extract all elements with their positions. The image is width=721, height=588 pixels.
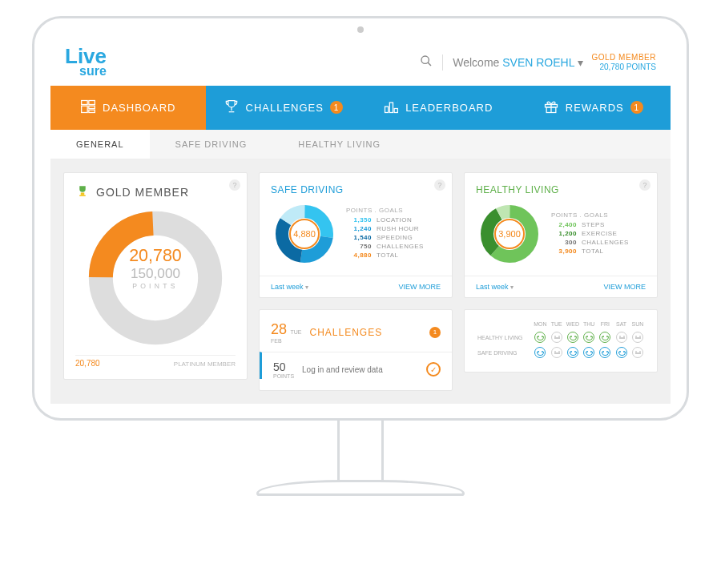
safe-driving-title: SAFE DRIVING [271,184,441,195]
svg-rect-15 [81,192,85,195]
mood-header-row: MONTUEWEDTHUFRISATSUN [476,321,646,330]
face-icon [583,347,594,358]
healthy-living-total: 3,900 [476,200,543,268]
chevron-down-icon[interactable]: ▾ [578,56,583,69]
challenges-badge: 1 [330,101,343,114]
search-icon[interactable] [420,54,433,70]
nav-dashboard[interactable]: DASHBOARD [50,86,206,130]
monitor-stand-neck [337,418,384,482]
challenge-date: 28 TUE FEB [271,321,301,344]
face-icon [534,332,546,343]
trophy-icon [224,99,240,117]
face-icon [632,332,643,343]
svg-rect-10 [389,103,393,113]
face-icon [616,347,627,358]
trophy-mini-icon [75,184,90,201]
challenges-count-badge: 1 [429,327,441,338]
primary-nav: DASHBOARD CHALLENGES 1 LEADERBOARD REWAR… [50,86,671,130]
member-card: ? GOLD MEMBER 20,780 [63,172,248,380]
svg-point-0 [421,56,429,63]
nav-challenges[interactable]: CHALLENGES 1 [206,86,361,130]
svg-rect-16 [79,195,86,196]
challenge-desc: Log in and review data [302,365,418,374]
svg-rect-3 [89,100,95,104]
healthy-viewmore[interactable]: VIEW MORE [603,283,646,291]
svg-line-1 [428,62,431,66]
brand-logo[interactable]: Live sure [65,47,107,78]
challenges-title: CHALLENGES [309,327,421,338]
face-icon [551,347,562,358]
dashboard-icon [80,99,96,117]
face-icon [632,347,643,358]
camera-dot [357,26,364,33]
monitor-frame: Live sure Welcome SVEN ROEHL▾ GOLD MEMBE… [32,16,689,421]
member-progress-donut: 20,780 150,000 POINTS [83,206,228,350]
safe-driving-donut: 4,880 [271,200,338,268]
challenge-points: 50 [273,360,294,373]
face-icon [583,332,594,343]
challenges-card: 28 TUE FEB CHALLENGES 1 50 POINTS Log i [259,309,453,391]
gift-icon [543,99,559,117]
member-status: GOLD MEMBER 20,780 POINTS [591,53,656,72]
leaderboard-icon [383,99,399,117]
monitor-stand-base [256,480,465,496]
face-icon [551,332,562,343]
tab-general[interactable]: GENERAL [50,130,150,159]
svg-rect-4 [82,106,88,112]
face-icon [567,332,578,343]
help-icon[interactable]: ? [434,179,445,191]
rewards-badge: 1 [630,101,643,114]
nav-rewards[interactable]: REWARDS 1 [516,86,671,130]
safe-driving-viewmore[interactable]: VIEW MORE [398,283,441,291]
app-screen: Live sure Welcome SVEN ROEHL▾ GOLD MEMBE… [50,39,671,404]
healthy-living-title: HEALTHY LIVING [476,184,646,195]
healthy-period[interactable]: Last week [476,283,514,291]
user-name[interactable]: SVEN ROEHL [502,56,574,69]
member-next-tier: PLATINUM MEMBER [174,360,236,368]
tab-healthy-living[interactable]: HEALTHY LIVING [272,130,406,159]
challenge-item[interactable]: 50 POINTS Log in and review data ✓ [260,352,452,379]
face-icon [599,347,610,358]
face-icon [599,332,610,343]
tier-label: GOLD MEMBER [591,53,656,62]
svg-rect-11 [394,108,397,112]
member-title-text: GOLD MEMBER [96,186,189,199]
svg-rect-9 [385,107,389,113]
safe-driving-period[interactable]: Last week [271,283,308,291]
face-icon [534,347,546,358]
member-points-label: POINTS [104,281,207,288]
healthy-living-donut: 3,900 [476,200,543,268]
member-target: 150,000 [104,264,207,281]
check-icon[interactable]: ✓ [426,362,441,377]
brand-line2: sure [79,66,107,77]
healthy-living-legend: POINTS . GOALS 2,400STEPS 1,200EXERCISE … [551,211,629,256]
mood-grid-card: MONTUEWEDTHUFRISATSUN HEALTHY LIVING [464,309,658,373]
sub-nav: GENERAL SAFE DRIVING HEALTHY LIVING [50,130,671,159]
help-icon[interactable]: ? [229,179,240,191]
face-icon [616,332,627,343]
svg-rect-6 [89,110,95,112]
app-header: Live sure Welcome SVEN ROEHL▾ GOLD MEMBE… [50,39,671,86]
tab-safe-driving[interactable]: SAFE DRIVING [150,130,273,159]
member-current: 20,780 [75,359,100,368]
face-icon [567,347,578,358]
mood-row-healthy: HEALTHY LIVING [476,330,646,345]
svg-rect-2 [82,100,88,104]
healthy-living-card: ? HEALTHY LIVING [464,172,658,298]
dashboard-content: ? GOLD MEMBER 20,780 [50,159,671,404]
mood-row-safe: SAFE DRIVING [476,345,646,360]
safe-driving-card: ? SAFE DRIVING [259,172,453,298]
help-icon[interactable]: ? [639,179,651,191]
svg-rect-5 [89,106,95,108]
safe-driving-legend: POINTS . GOALS 1,350LOCATION 1,240RUSH H… [346,207,424,260]
member-points: 20,780 [104,244,207,264]
welcome-text: Welcome SVEN ROEHL▾ [453,56,583,69]
safe-driving-total: 4,880 [271,200,338,268]
header-divider [442,54,443,70]
points-label: 20,780 POINTS [591,62,656,72]
nav-leaderboard[interactable]: LEADERBOARD [360,86,516,130]
